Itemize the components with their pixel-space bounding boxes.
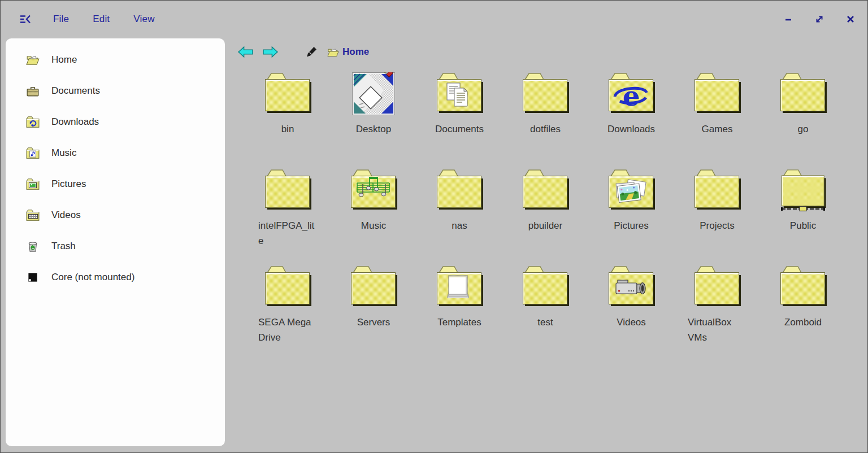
folder-label: bin <box>245 121 331 137</box>
folder-label: test <box>502 315 588 330</box>
folder-sync-icon <box>26 115 40 129</box>
folder-icon <box>691 167 743 214</box>
grid-folder-downloads[interactable]: Downloads <box>588 66 674 163</box>
folder-label: pbuilder <box>502 218 588 233</box>
folder-icon <box>348 264 400 310</box>
folder-icon <box>519 167 571 214</box>
folder-music-icon <box>26 146 40 160</box>
folder-label: Zomboid <box>760 315 846 330</box>
grid-folder-games[interactable]: Games <box>674 66 760 163</box>
menu-file[interactable]: File <box>53 14 69 25</box>
folder-icon <box>262 167 314 214</box>
menu-edit[interactable]: Edit <box>93 14 110 25</box>
sidebar-item-documents[interactable]: Documents <box>6 75 225 106</box>
grid-folder-test[interactable]: test <box>502 259 588 356</box>
folder-label: VirtualBox VMs <box>674 315 760 345</box>
sidebar-item-label: Downloads <box>51 116 99 128</box>
sidebar-item-label: Trash <box>51 241 76 252</box>
folder-label: Public <box>760 218 846 233</box>
folder-label: Desktop <box>331 121 416 137</box>
folder-label: dotfiles <box>502 121 588 137</box>
grid-folder-documents[interactable]: Documents <box>416 66 502 163</box>
folder-music-staff-icon <box>348 167 400 214</box>
sidebar-item-home[interactable]: Home <box>6 44 225 75</box>
grid-folder-go[interactable]: go <box>760 66 846 163</box>
folder-network-share-icon <box>777 167 829 214</box>
folder-label: Pictures <box>588 218 674 233</box>
grid-folder-pictures[interactable]: Pictures <box>588 163 674 259</box>
grid-folder-pbuilder[interactable]: pbuilder <box>502 163 588 259</box>
file-manager-window: { "window": { "background_color": "#c2c2… <box>0 0 868 453</box>
folder-filmstrip-icon <box>26 208 40 222</box>
folder-camcorder-icon <box>605 264 657 310</box>
sidebar-item-videos[interactable]: Videos <box>6 199 225 230</box>
grid-folder-nas[interactable]: nas <box>416 163 502 259</box>
folder-label: Documents <box>416 121 502 137</box>
grid-folder-dotfiles[interactable]: dotfiles <box>502 66 588 163</box>
folder-icon <box>777 264 829 310</box>
open-folder-icon <box>327 46 339 58</box>
folder-icon <box>519 264 571 310</box>
sidebar-item-label: Music <box>51 147 76 159</box>
desktop-notepad-pencil-icon <box>348 71 400 117</box>
folder-icon <box>691 264 743 310</box>
folder-label: SEGA Mega Drive <box>245 315 331 345</box>
folder-label: Projects <box>674 218 760 233</box>
menu-bar: File Edit View <box>0 0 868 38</box>
grid-folder-bin[interactable]: bin <box>245 66 331 163</box>
rename-location-button[interactable] <box>306 46 317 58</box>
pencil-icon <box>306 46 317 58</box>
breadcrumb[interactable]: Home <box>327 46 369 58</box>
sidebar: Home Documents Downloads Music Pictures … <box>6 38 225 446</box>
folder-label: Templates <box>416 315 502 330</box>
minimize-button[interactable] <box>783 14 793 25</box>
maximize-button[interactable] <box>814 14 824 25</box>
grid-folder-music[interactable]: Music <box>331 163 416 259</box>
close-button[interactable] <box>845 14 856 25</box>
folder-label: nas <box>416 218 502 233</box>
home-open-folder-icon <box>26 53 40 67</box>
sidebar-item-pictures[interactable]: Pictures <box>6 168 225 199</box>
grid-folder-projects[interactable]: Projects <box>674 163 760 259</box>
folder-label: Servers <box>331 315 416 330</box>
breadcrumb-label: Home <box>342 46 369 58</box>
folder-label: Downloads <box>588 121 674 137</box>
sidebar-item-trash[interactable]: Trash <box>6 230 225 262</box>
grid-folder-servers[interactable]: Servers <box>331 259 416 356</box>
sidebar-item-label: Pictures <box>51 178 86 190</box>
folder-icon <box>691 71 743 117</box>
folder-icon <box>433 167 485 214</box>
back-button[interactable] <box>238 46 253 58</box>
grid-folder-public[interactable]: Public <box>760 163 846 259</box>
folder-icon <box>262 264 314 310</box>
sidebar-item-core-unmounted[interactable]: Core (not mounted) <box>6 262 225 293</box>
folder-picture-icon <box>26 177 40 191</box>
folder-icon <box>777 71 829 117</box>
grid-folder-templates[interactable]: Templates <box>416 259 502 356</box>
folder-paper-stack-icon <box>433 264 485 310</box>
folder-label: go <box>760 121 846 137</box>
sidebar-item-music[interactable]: Music <box>6 137 225 168</box>
sidebar-item-label: Videos <box>51 210 81 221</box>
sidebar-item-label: Core (not mounted) <box>51 272 134 283</box>
grid-folder-intelfpga-lite[interactable]: intelFPGA_lite <box>245 163 331 259</box>
sidebar-item-downloads[interactable]: Downloads <box>6 106 225 137</box>
sidebar-toggle-icon[interactable] <box>19 14 32 25</box>
toolbar: Home <box>238 44 369 60</box>
folder-label: Videos <box>588 315 674 330</box>
back-arrow-icon <box>238 46 253 58</box>
grid-folder-virtualbox-vms[interactable]: VirtualBox VMs <box>674 259 760 356</box>
grid-folder-videos[interactable]: Videos <box>588 259 674 356</box>
grid-folder-desktop[interactable]: Desktop <box>331 66 416 163</box>
folder-documents-icon <box>433 71 485 117</box>
folder-photos-icon <box>605 167 657 214</box>
sidebar-item-label: Documents <box>51 85 100 97</box>
menu-view[interactable]: View <box>133 14 154 25</box>
folder-label: intelFPGA_lite <box>245 218 331 249</box>
folder-icon <box>519 71 571 117</box>
folder-icon <box>262 71 314 117</box>
grid-folder-zomboid[interactable]: Zomboid <box>760 259 846 356</box>
forward-arrow-icon <box>263 46 278 58</box>
grid-folder-sega-mega-drive[interactable]: SEGA Mega Drive <box>245 259 331 356</box>
forward-button[interactable] <box>263 46 278 58</box>
